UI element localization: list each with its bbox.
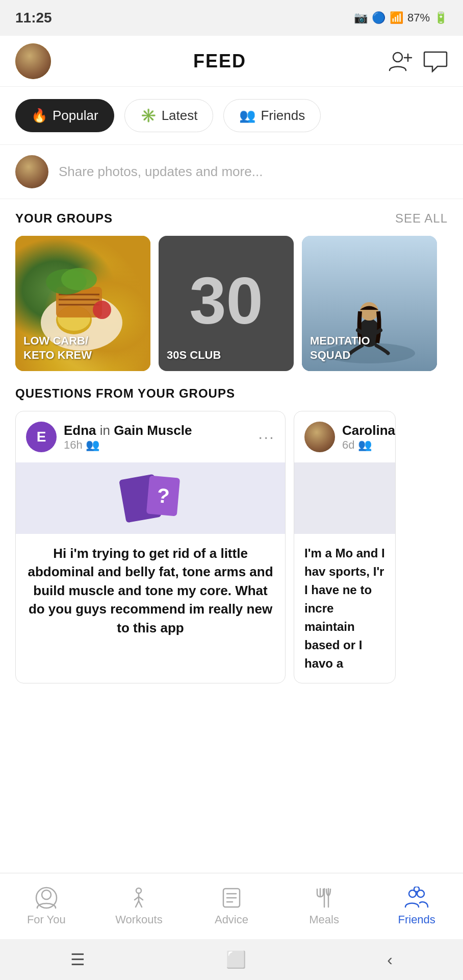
nav-item-friends[interactable]: Friends bbox=[381, 887, 452, 926]
q-meta-2: 6d 👥 bbox=[342, 438, 395, 452]
tab-latest-label: Latest bbox=[162, 108, 198, 124]
thirty-number: 30 bbox=[189, 267, 263, 333]
question-icon-stack: ? bbox=[122, 477, 178, 520]
group-card-meditation[interactable]: MEDITATIOSQUAD bbox=[302, 236, 437, 371]
group-card-30s[interactable]: 30 30S CLUB bbox=[159, 236, 294, 371]
groups-row: LOW CARB/KETO KREW 30 30S CLUB bbox=[15, 236, 448, 371]
fire-icon: 🔥 bbox=[31, 108, 47, 124]
svg-line-23 bbox=[136, 901, 139, 907]
q-card2-img-area bbox=[294, 462, 395, 534]
groups-header: YOUR GROUPS SEE ALL bbox=[15, 211, 448, 226]
nav-item-workouts[interactable]: Workouts bbox=[103, 887, 174, 926]
tab-popular-label: Popular bbox=[53, 108, 98, 124]
nav-label-meals: Meals bbox=[309, 913, 339, 926]
nav-label-workouts: Workouts bbox=[115, 913, 163, 926]
nav-label-friends: Friends bbox=[398, 913, 435, 926]
questions-section: QUESTIONS FROM YOUR GROUPS E Edna in Gai… bbox=[0, 371, 463, 683]
video-icon: 📷 bbox=[354, 11, 368, 24]
q-card2-user: Carolina 6d 👥 bbox=[342, 423, 395, 452]
friends-icon: 👥 bbox=[239, 108, 255, 124]
q-avatar-carolina bbox=[304, 422, 335, 452]
svg-line-24 bbox=[139, 901, 142, 907]
q-user-info-1: E Edna in Gain Muscle 16h 👥 bbox=[26, 422, 192, 452]
q-meta-1: 16h 👥 bbox=[64, 438, 192, 452]
share-bar: Share photos, updates and more... bbox=[0, 144, 463, 199]
group-keto-label: LOW CARB/KETO KREW bbox=[23, 334, 142, 363]
friends-icon bbox=[404, 887, 429, 909]
q-text-2: I'm a Mo and I hav sports, I'r I have ne… bbox=[294, 534, 395, 683]
question-card-2[interactable]: Carolina 6d 👥 I'm a Mo and I hav sports,… bbox=[294, 411, 396, 683]
tab-popular[interactable]: 🔥 Popular bbox=[15, 99, 114, 132]
sparkle-icon: ✳️ bbox=[140, 108, 157, 124]
user-avatar[interactable] bbox=[15, 43, 51, 79]
status-icons: 📷 🔵 📶 87% 🔋 bbox=[354, 11, 448, 24]
q-username-2: Carolina bbox=[342, 423, 395, 438]
group-card-keto[interactable]: LOW CARB/KETO KREW bbox=[15, 236, 150, 371]
q-text-1: Hi i'm trying to get rid of a little abd… bbox=[16, 534, 285, 647]
advice-icon bbox=[220, 887, 243, 909]
sys-menu-icon[interactable]: ☰ bbox=[70, 950, 85, 969]
bluetooth-icon: 🔵 bbox=[372, 11, 385, 24]
q-more-button-1[interactable]: ··· bbox=[258, 428, 275, 447]
questions-row: E Edna in Gain Muscle 16h 👥 bbox=[15, 411, 448, 683]
questions-title: QUESTIONS FROM YOUR GROUPS bbox=[15, 386, 448, 401]
tab-latest[interactable]: ✳️ Latest bbox=[124, 99, 214, 132]
share-input[interactable]: Share photos, updates and more... bbox=[59, 164, 263, 180]
sys-home-icon[interactable]: ⬜ bbox=[226, 950, 246, 969]
svg-point-16 bbox=[360, 302, 378, 321]
your-groups-section: YOUR GROUPS SEE ALL bbox=[0, 199, 463, 371]
group-icon-2: 👥 bbox=[358, 438, 372, 451]
q-user-details-1: Edna in Gain Muscle 16h 👥 bbox=[64, 423, 192, 452]
card-icon-question: ? bbox=[146, 475, 180, 516]
battery-icon: 🔋 bbox=[434, 11, 448, 24]
group-icon-1: 👥 bbox=[86, 438, 99, 452]
header-actions bbox=[389, 49, 448, 74]
svg-point-0 bbox=[393, 53, 402, 62]
svg-point-11 bbox=[61, 268, 97, 290]
q-icon-area: ? bbox=[16, 462, 285, 534]
message-button[interactable] bbox=[423, 49, 448, 74]
q-card2-header: Carolina 6d 👥 bbox=[294, 411, 395, 462]
tab-friends[interactable]: 👥 Friends bbox=[223, 99, 321, 132]
add-friend-button[interactable] bbox=[389, 49, 413, 74]
app-header: FEED bbox=[0, 36, 463, 87]
svg-point-19 bbox=[136, 888, 141, 893]
q-username-1: Edna in Gain Muscle bbox=[64, 423, 192, 438]
nav-label-advice: Advice bbox=[215, 913, 248, 926]
status-bar: 11:25 📷 🔵 📶 87% 🔋 bbox=[0, 0, 463, 36]
question-card-1[interactable]: E Edna in Gain Muscle 16h 👥 bbox=[15, 411, 286, 683]
for-you-icon bbox=[35, 887, 58, 909]
svg-point-17 bbox=[42, 890, 51, 899]
nav-item-meals[interactable]: Meals bbox=[289, 887, 360, 926]
filter-tabs: 🔥 Popular ✳️ Latest 👥 Friends bbox=[0, 87, 463, 144]
nav-item-advice[interactable]: Advice bbox=[196, 887, 267, 926]
workouts-icon bbox=[127, 887, 150, 909]
tab-friends-label: Friends bbox=[261, 108, 305, 124]
share-avatar bbox=[15, 155, 48, 188]
nav-item-for-you[interactable]: For You bbox=[11, 887, 82, 926]
svg-point-34 bbox=[414, 887, 419, 892]
status-time: 11:25 bbox=[15, 10, 52, 26]
meals-icon bbox=[313, 887, 336, 909]
bottom-nav: For You Workouts Advice Me bbox=[0, 873, 463, 939]
battery-text: 87% bbox=[407, 11, 430, 24]
sys-back-icon[interactable]: ‹ bbox=[387, 950, 393, 969]
svg-point-12 bbox=[93, 301, 111, 319]
page-title: FEED bbox=[193, 51, 246, 72]
nav-label-for-you: For You bbox=[27, 913, 66, 926]
group-30s-label: 30S CLUB bbox=[167, 348, 286, 363]
system-nav-bar: ☰ ⬜ ‹ bbox=[0, 939, 463, 980]
signal-icon: 📶 bbox=[390, 11, 403, 24]
see-all-button[interactable]: SEE ALL bbox=[395, 211, 448, 226]
q-avatar-edna: E bbox=[26, 422, 57, 452]
groups-title: YOUR GROUPS bbox=[15, 211, 113, 226]
group-meditation-label: MEDITATIOSQUAD bbox=[310, 334, 429, 363]
q-card1-header: E Edna in Gain Muscle 16h 👥 bbox=[16, 411, 285, 462]
